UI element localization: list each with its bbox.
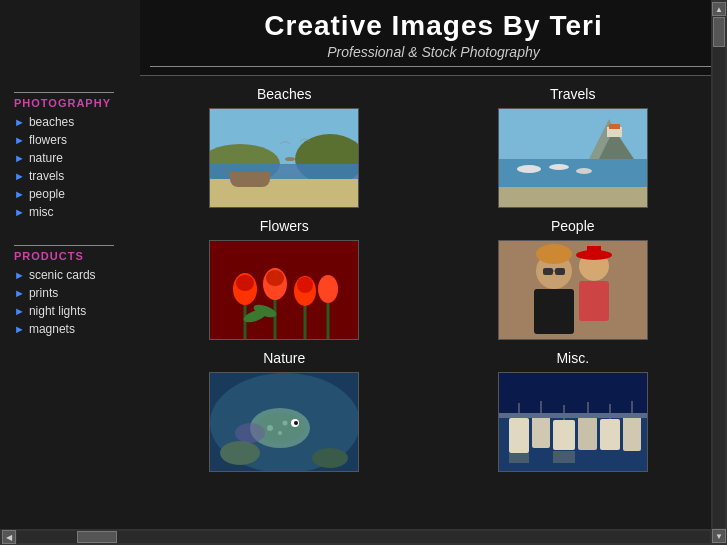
sidebar-label-nature: nature (29, 151, 63, 165)
main-layout: PHOTOGRAPHY ► beaches ► flowers ► nature… (0, 76, 727, 492)
photography-section-title: PHOTOGRAPHY (14, 97, 130, 109)
gallery-label-people: People (551, 218, 595, 234)
scrollbar-horizontal[interactable]: ◀ ▶ (0, 529, 727, 545)
flowers-svg (210, 241, 359, 340)
sidebar-label-beaches: beaches (29, 115, 74, 129)
arrow-icon-beaches: ► (14, 116, 25, 128)
gallery-cell-beaches: Beaches (150, 86, 419, 208)
svg-rect-56 (532, 416, 550, 448)
sidebar-label-magnets: magnets (29, 322, 75, 336)
svg-rect-59 (600, 419, 620, 450)
arrow-icon-night-lights: ► (14, 305, 25, 317)
scroll-up-button[interactable]: ▲ (712, 2, 726, 16)
site-title: Creative Images By Teri (140, 10, 727, 42)
sidebar-label-prints: prints (29, 286, 58, 300)
sidebar-item-scenic-cards[interactable]: ► scenic cards (14, 266, 130, 284)
gallery-image-flowers[interactable] (209, 240, 359, 340)
sidebar-item-prints[interactable]: ► prints (14, 284, 130, 302)
svg-point-22 (236, 275, 254, 291)
svg-rect-57 (553, 420, 575, 450)
sidebar-item-travels[interactable]: ► travels (14, 167, 130, 185)
misc-svg (499, 373, 648, 472)
arrow-icon-misc: ► (14, 206, 25, 218)
svg-rect-4 (210, 179, 359, 208)
header-divider (150, 66, 717, 67)
gallery-label-beaches: Beaches (257, 86, 311, 102)
gallery-cell-people: People (439, 218, 708, 340)
sidebar-item-people[interactable]: ► people (14, 185, 130, 203)
arrow-icon-flowers: ► (14, 134, 25, 146)
svg-point-26 (297, 277, 313, 293)
svg-rect-15 (499, 187, 648, 208)
gallery-image-misc[interactable] (498, 372, 648, 472)
svg-rect-37 (543, 268, 553, 275)
sidebar-label-scenic-cards: scenic cards (29, 268, 96, 282)
svg-point-48 (294, 421, 298, 425)
gallery-image-nature[interactable] (209, 372, 359, 472)
svg-rect-36 (534, 289, 574, 334)
svg-rect-34 (587, 246, 601, 258)
gallery-label-travels: Travels (550, 86, 595, 102)
sidebar-top-divider (14, 92, 114, 93)
sidebar-label-flowers: flowers (29, 133, 67, 147)
sidebar-item-misc[interactable]: ► misc (14, 203, 130, 221)
sidebar-spacer (14, 221, 130, 239)
svg-point-49 (267, 425, 273, 431)
svg-rect-11 (499, 159, 648, 189)
scroll-left-button[interactable]: ◀ (2, 530, 16, 544)
svg-point-27 (318, 275, 338, 303)
svg-rect-38 (555, 268, 565, 275)
sidebar-label-people: people (29, 187, 65, 201)
sidebar-item-flowers[interactable]: ► flowers (14, 131, 130, 149)
svg-point-14 (576, 168, 592, 174)
gallery-label-misc: Misc. (556, 350, 589, 366)
scroll-track-horizontal (17, 531, 710, 543)
gallery-grid: Beaches (150, 86, 707, 482)
svg-rect-58 (578, 417, 597, 450)
arrow-icon-people: ► (14, 188, 25, 200)
svg-rect-68 (509, 453, 529, 463)
header: Creative Images By Teri Professional & S… (140, 0, 727, 76)
scroll-thumb-horizontal[interactable] (77, 531, 117, 543)
scrollbar-vertical[interactable]: ▲ ▼ (711, 0, 727, 545)
svg-point-44 (312, 448, 348, 468)
nature-svg (210, 373, 359, 472)
gallery-cell-flowers: Flowers (150, 218, 419, 340)
sidebar-item-magnets[interactable]: ► magnets (14, 320, 130, 338)
svg-point-13 (549, 164, 569, 170)
sidebar-label-misc: misc (29, 205, 54, 219)
svg-point-5 (285, 157, 295, 161)
svg-rect-60 (623, 416, 641, 451)
arrow-icon-nature: ► (14, 152, 25, 164)
site-subtitle: Professional & Stock Photography (140, 44, 727, 60)
arrow-icon-prints: ► (14, 287, 25, 299)
gallery-image-beaches[interactable] (209, 108, 359, 208)
arrow-icon-scenic-cards: ► (14, 269, 25, 281)
sidebar-mid-divider (14, 245, 114, 246)
sidebar: PHOTOGRAPHY ► beaches ► flowers ► nature… (0, 76, 140, 492)
svg-rect-55 (509, 418, 529, 453)
products-section-title: PRODUCTS (14, 250, 130, 262)
gallery-image-people[interactable] (498, 240, 648, 340)
scroll-thumb-vertical[interactable] (713, 17, 725, 47)
sidebar-item-night-lights[interactable]: ► night lights (14, 302, 130, 320)
arrow-icon-travels: ► (14, 170, 25, 182)
main-content: Beaches (140, 76, 727, 492)
svg-point-40 (536, 244, 572, 264)
svg-rect-32 (579, 281, 609, 321)
sidebar-label-night-lights: night lights (29, 304, 86, 318)
gallery-image-travels[interactable] (498, 108, 648, 208)
svg-point-43 (220, 441, 260, 465)
sidebar-item-nature[interactable]: ► nature (14, 149, 130, 167)
svg-rect-69 (553, 451, 575, 463)
scroll-down-button[interactable]: ▼ (712, 529, 726, 543)
sidebar-item-beaches[interactable]: ► beaches (14, 113, 130, 131)
svg-point-24 (266, 270, 284, 286)
scroll-track-vertical (713, 17, 725, 528)
gallery-cell-misc: Misc. (439, 350, 708, 472)
svg-point-52 (235, 423, 265, 443)
page-wrapper: Creative Images By Teri Professional & S… (0, 0, 727, 545)
gallery-cell-nature: Nature (150, 350, 419, 472)
svg-rect-10 (609, 124, 620, 129)
beaches-svg (210, 109, 359, 208)
